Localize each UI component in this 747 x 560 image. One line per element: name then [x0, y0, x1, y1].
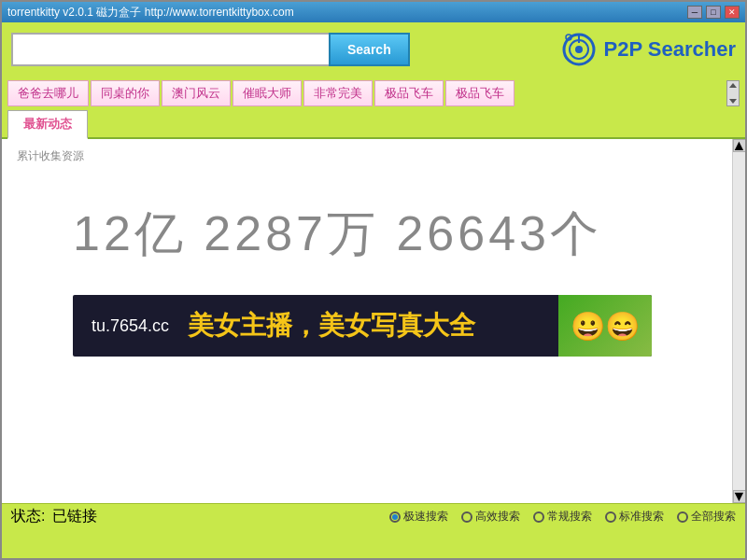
radio-group: 极速搜索 高效搜索 常规搜索 标准搜索 全部搜索	[389, 509, 736, 525]
p2p-logo-text: P2P Searcher	[604, 37, 736, 62]
ad-right: 😀😄	[558, 295, 652, 357]
ad-banner[interactable]: tu.7654.cc 美女主播，美女写真大全 😀😄	[73, 295, 652, 357]
p2p-logo-icon	[559, 30, 599, 69]
search-input[interactable]	[11, 33, 329, 66]
ad-url: tu.7654.cc	[73, 316, 188, 336]
close-button[interactable]: ✕	[725, 6, 740, 19]
tab-latest[interactable]: 最新动态	[7, 110, 88, 139]
ad-figures: 😀😄	[558, 295, 652, 357]
tag-item[interactable]: 非常完美	[303, 80, 373, 106]
radio-dot-quanbu	[677, 511, 688, 523]
p2p-logo: P2P Searcher	[559, 30, 736, 69]
scroll-down-icon	[729, 99, 737, 104]
svg-point-2	[575, 46, 583, 53]
radio-dot-changgui	[533, 511, 544, 523]
main-scrollbar[interactable]: ▲ ▼	[732, 139, 745, 503]
tag-item[interactable]: 催眠大师	[233, 80, 302, 106]
tag-item[interactable]: 极品飞车	[445, 80, 514, 106]
scroll-up-button[interactable]: ▲	[733, 139, 746, 152]
radio-dot-gaoxiao	[461, 511, 472, 523]
main-content: 累计收集资源 12亿 2287万 26643个 tu.7654.cc 美女主播，…	[2, 139, 745, 503]
scroll-up-icon	[729, 83, 737, 88]
content-inner: 累计收集资源 12亿 2287万 26643个 tu.7654.cc 美女主播，…	[2, 139, 745, 503]
radio-quanbu[interactable]: 全部搜索	[677, 509, 736, 525]
scroll-track	[733, 152, 746, 490]
search-button[interactable]: Search	[329, 33, 410, 66]
ad-text: 美女主播，美女写真大全	[188, 308, 475, 343]
tag-item[interactable]: 澳门风云	[162, 80, 231, 106]
tags-scrollbar[interactable]	[726, 80, 740, 106]
titlebar-title: torrentkitty v2.0.1 磁力盒子 http://www.torr…	[7, 5, 294, 21]
status-value: 已链接	[52, 507, 97, 526]
statusbar: 状态: 已链接 极速搜索 高效搜索 常规搜索 标准搜索 全部搜索	[2, 503, 745, 529]
search-box: Search	[11, 33, 550, 66]
maximize-button[interactable]: □	[706, 6, 721, 19]
radio-jisu[interactable]: 极速搜索	[389, 509, 448, 525]
radio-gaoxiao[interactable]: 高效搜索	[461, 509, 520, 525]
titlebar: torrentkitty v2.0.1 磁力盒子 http://www.torr…	[2, 2, 745, 22]
radio-dot-biaozhun	[605, 511, 616, 523]
header: Search P2P Searcher	[2, 22, 745, 77]
tag-item[interactable]: 极品飞车	[374, 80, 444, 106]
radio-dot-jisu	[389, 511, 401, 523]
tag-item[interactable]: 爸爸去哪儿	[7, 80, 89, 106]
tab-area: 最新动态	[2, 110, 745, 139]
radio-biaozhun[interactable]: 标准搜索	[605, 509, 664, 525]
titlebar-controls: ─ □ ✕	[687, 6, 740, 19]
minimize-button[interactable]: ─	[687, 6, 702, 19]
tags-bar: 爸爸去哪儿 同桌的你 澳门风云 催眠大师 非常完美 极品飞车 极品飞车	[2, 77, 745, 110]
tag-item[interactable]: 同桌的你	[91, 80, 160, 106]
resource-count: 12亿 2287万 26643个	[73, 202, 730, 267]
resources-label: 累计收集资源	[17, 148, 730, 164]
scroll-down-button[interactable]: ▼	[733, 490, 746, 503]
status-label: 状态:	[11, 507, 45, 526]
radio-changgui[interactable]: 常规搜索	[533, 509, 592, 525]
